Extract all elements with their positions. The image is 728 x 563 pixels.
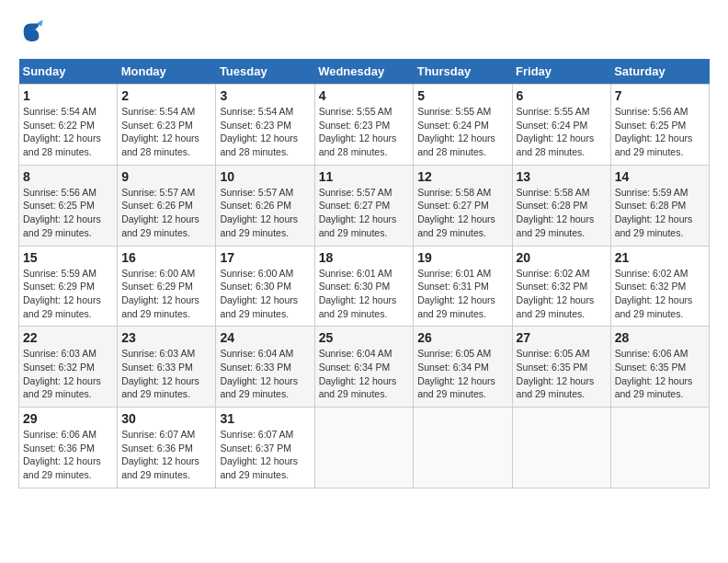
- day-cell: 4 Sunrise: 5:55 AM Sunset: 6:23 PM Dayli…: [314, 85, 414, 166]
- day-number: 25: [319, 330, 410, 345]
- day-cell: 5 Sunrise: 5:55 AM Sunset: 6:24 PM Dayli…: [414, 85, 512, 166]
- day-number: 24: [220, 330, 310, 345]
- calendar-table: SundayMondayTuesdayWednesdayThursdayFrid…: [18, 59, 710, 488]
- day-cell: 1 Sunrise: 5:54 AM Sunset: 6:22 PM Dayli…: [19, 85, 118, 166]
- day-number: 18: [319, 250, 410, 265]
- day-detail: Sunrise: 6:06 AM Sunset: 6:36 PM Dayligh…: [23, 428, 113, 482]
- day-detail: Sunrise: 5:59 AM Sunset: 6:29 PM Dayligh…: [23, 267, 113, 321]
- column-header-friday: Friday: [512, 59, 610, 85]
- day-number: 11: [319, 169, 410, 184]
- day-cell: [610, 408, 709, 488]
- day-cell: 6 Sunrise: 5:55 AM Sunset: 6:24 PM Dayli…: [512, 85, 610, 166]
- day-number: 6: [517, 88, 607, 103]
- day-detail: Sunrise: 6:01 AM Sunset: 6:31 PM Dayligh…: [417, 267, 507, 321]
- day-cell: 3 Sunrise: 5:54 AM Sunset: 6:23 PM Dayli…: [216, 85, 314, 166]
- day-number: 16: [121, 250, 211, 265]
- day-cell: 17 Sunrise: 6:00 AM Sunset: 6:30 PM Dayl…: [216, 246, 314, 327]
- week-row-3: 15 Sunrise: 5:59 AM Sunset: 6:29 PM Dayl…: [19, 246, 710, 327]
- column-header-monday: Monday: [118, 59, 216, 85]
- calendar-header-row: SundayMondayTuesdayWednesdayThursdayFrid…: [19, 59, 710, 85]
- day-number: 30: [121, 411, 211, 426]
- day-cell: 27 Sunrise: 6:05 AM Sunset: 6:35 PM Dayl…: [512, 327, 610, 408]
- day-number: 8: [23, 169, 113, 184]
- day-cell: 11 Sunrise: 5:57 AM Sunset: 6:27 PM Dayl…: [314, 165, 414, 246]
- day-cell: 15 Sunrise: 5:59 AM Sunset: 6:29 PM Dayl…: [19, 246, 118, 327]
- day-detail: Sunrise: 5:56 AM Sunset: 6:25 PM Dayligh…: [23, 186, 113, 240]
- day-cell: [414, 408, 512, 488]
- day-cell: 16 Sunrise: 6:00 AM Sunset: 6:29 PM Dayl…: [118, 246, 216, 327]
- day-number: 15: [23, 250, 113, 265]
- day-number: 29: [23, 411, 113, 426]
- day-number: 2: [121, 88, 211, 103]
- day-detail: Sunrise: 5:55 AM Sunset: 6:24 PM Dayligh…: [417, 105, 507, 159]
- day-cell: 8 Sunrise: 5:56 AM Sunset: 6:25 PM Dayli…: [19, 165, 118, 246]
- day-number: 20: [517, 250, 607, 265]
- day-detail: Sunrise: 6:02 AM Sunset: 6:32 PM Dayligh…: [615, 267, 705, 321]
- day-number: 31: [220, 411, 310, 426]
- column-header-sunday: Sunday: [19, 59, 118, 85]
- day-cell: 29 Sunrise: 6:06 AM Sunset: 6:36 PM Dayl…: [19, 408, 118, 488]
- day-detail: Sunrise: 6:06 AM Sunset: 6:35 PM Dayligh…: [615, 347, 705, 401]
- day-detail: Sunrise: 5:57 AM Sunset: 6:26 PM Dayligh…: [121, 186, 211, 240]
- day-cell: 2 Sunrise: 5:54 AM Sunset: 6:23 PM Dayli…: [118, 85, 216, 166]
- week-row-1: 1 Sunrise: 5:54 AM Sunset: 6:22 PM Dayli…: [19, 85, 710, 166]
- logo: [18, 18, 48, 44]
- day-cell: 25 Sunrise: 6:04 AM Sunset: 6:34 PM Dayl…: [314, 327, 414, 408]
- day-cell: 7 Sunrise: 5:56 AM Sunset: 6:25 PM Dayli…: [610, 85, 709, 166]
- day-cell: 26 Sunrise: 6:05 AM Sunset: 6:34 PM Dayl…: [414, 327, 512, 408]
- day-cell: 20 Sunrise: 6:02 AM Sunset: 6:32 PM Dayl…: [512, 246, 610, 327]
- day-number: 28: [615, 330, 705, 345]
- day-cell: 21 Sunrise: 6:02 AM Sunset: 6:32 PM Dayl…: [610, 246, 709, 327]
- day-cell: 22 Sunrise: 6:03 AM Sunset: 6:32 PM Dayl…: [19, 327, 118, 408]
- day-detail: Sunrise: 5:55 AM Sunset: 6:23 PM Dayligh…: [319, 105, 410, 159]
- day-number: 21: [615, 250, 705, 265]
- day-detail: Sunrise: 5:57 AM Sunset: 6:26 PM Dayligh…: [220, 186, 310, 240]
- day-number: 26: [417, 330, 507, 345]
- day-number: 9: [121, 169, 211, 184]
- calendar-body: 1 Sunrise: 5:54 AM Sunset: 6:22 PM Dayli…: [19, 85, 710, 488]
- column-header-saturday: Saturday: [610, 59, 709, 85]
- day-cell: 13 Sunrise: 5:58 AM Sunset: 6:28 PM Dayl…: [512, 165, 610, 246]
- day-number: 14: [615, 169, 705, 184]
- day-cell: 23 Sunrise: 6:03 AM Sunset: 6:33 PM Dayl…: [118, 327, 216, 408]
- logo-icon: [18, 18, 44, 44]
- day-cell: 30 Sunrise: 6:07 AM Sunset: 6:36 PM Dayl…: [118, 408, 216, 488]
- day-detail: Sunrise: 6:03 AM Sunset: 6:33 PM Dayligh…: [121, 347, 211, 401]
- day-detail: Sunrise: 5:57 AM Sunset: 6:27 PM Dayligh…: [319, 186, 410, 240]
- day-cell: 31 Sunrise: 6:07 AM Sunset: 6:37 PM Dayl…: [216, 408, 314, 488]
- day-detail: Sunrise: 6:04 AM Sunset: 6:33 PM Dayligh…: [220, 347, 310, 401]
- day-cell: 12 Sunrise: 5:58 AM Sunset: 6:27 PM Dayl…: [414, 165, 512, 246]
- day-detail: Sunrise: 6:04 AM Sunset: 6:34 PM Dayligh…: [319, 347, 410, 401]
- day-detail: Sunrise: 6:02 AM Sunset: 6:32 PM Dayligh…: [517, 267, 607, 321]
- day-detail: Sunrise: 6:03 AM Sunset: 6:32 PM Dayligh…: [23, 347, 113, 401]
- day-detail: Sunrise: 6:00 AM Sunset: 6:30 PM Dayligh…: [220, 267, 310, 321]
- day-number: 19: [417, 250, 507, 265]
- day-detail: Sunrise: 5:58 AM Sunset: 6:27 PM Dayligh…: [417, 186, 507, 240]
- week-row-4: 22 Sunrise: 6:03 AM Sunset: 6:32 PM Dayl…: [19, 327, 710, 408]
- day-detail: Sunrise: 6:05 AM Sunset: 6:35 PM Dayligh…: [517, 347, 607, 401]
- day-number: 27: [517, 330, 607, 345]
- day-number: 4: [319, 88, 410, 103]
- day-cell: 24 Sunrise: 6:04 AM Sunset: 6:33 PM Dayl…: [216, 327, 314, 408]
- day-cell: 18 Sunrise: 6:01 AM Sunset: 6:30 PM Dayl…: [314, 246, 414, 327]
- day-detail: Sunrise: 5:58 AM Sunset: 6:28 PM Dayligh…: [517, 186, 607, 240]
- day-cell: 10 Sunrise: 5:57 AM Sunset: 6:26 PM Dayl…: [216, 165, 314, 246]
- day-number: 22: [23, 330, 113, 345]
- day-cell: [314, 408, 414, 488]
- day-detail: Sunrise: 5:55 AM Sunset: 6:24 PM Dayligh…: [517, 105, 607, 159]
- day-detail: Sunrise: 6:07 AM Sunset: 6:36 PM Dayligh…: [121, 428, 211, 482]
- day-detail: Sunrise: 6:07 AM Sunset: 6:37 PM Dayligh…: [220, 428, 310, 482]
- day-number: 13: [517, 169, 607, 184]
- day-number: 23: [121, 330, 211, 345]
- column-header-thursday: Thursday: [414, 59, 512, 85]
- day-detail: Sunrise: 5:54 AM Sunset: 6:23 PM Dayligh…: [220, 105, 310, 159]
- day-detail: Sunrise: 6:05 AM Sunset: 6:34 PM Dayligh…: [417, 347, 507, 401]
- day-cell: 19 Sunrise: 6:01 AM Sunset: 6:31 PM Dayl…: [414, 246, 512, 327]
- day-number: 10: [220, 169, 310, 184]
- day-detail: Sunrise: 5:56 AM Sunset: 6:25 PM Dayligh…: [615, 105, 705, 159]
- day-number: 1: [23, 88, 113, 103]
- day-cell: [512, 408, 610, 488]
- column-header-wednesday: Wednesday: [314, 59, 414, 85]
- column-header-tuesday: Tuesday: [216, 59, 314, 85]
- day-cell: 28 Sunrise: 6:06 AM Sunset: 6:35 PM Dayl…: [610, 327, 709, 408]
